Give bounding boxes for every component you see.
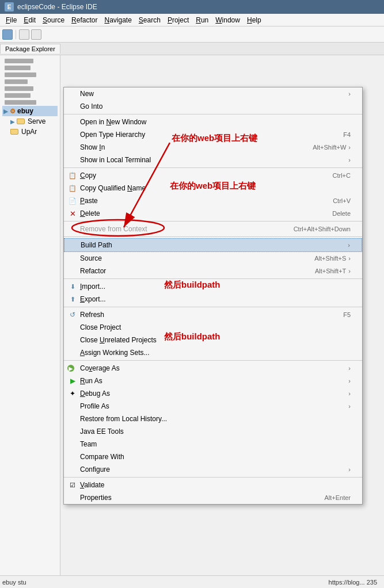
paste-icon: 📄 [67, 196, 78, 206]
ctx-copy-shortcut: Ctrl+C [333, 172, 351, 179]
menu-edit[interactable]: Edit [20, 15, 39, 25]
ctx-open-new-window[interactable]: Open in New Window [64, 116, 362, 128]
ctx-sep-2 [64, 167, 362, 168]
ctx-new[interactable]: New › [64, 87, 362, 100]
menu-refactor[interactable]: Refactor [68, 15, 101, 25]
menu-help[interactable]: Help [244, 15, 265, 25]
ctx-remove-context: Remove from Context Ctrl+Alt+Shift+Down [64, 223, 362, 235]
title-text: eclipseCode - Eclipse IDE [17, 3, 97, 11]
app-icon: E [5, 2, 14, 12]
ctx-show-in-arrow: › [348, 144, 351, 151]
serve-expand-icon: ▶ [10, 119, 15, 125]
ctx-build-path[interactable]: Build Path › [64, 238, 362, 252]
ctx-paste[interactable]: 📄 Paste Ctrl+V [64, 194, 362, 207]
ctx-close-project[interactable]: Close Project [64, 321, 362, 334]
run-icon: ▶ [67, 376, 78, 386]
ctx-import[interactable]: ⬇ Import... [64, 280, 362, 293]
sidebar-item-ebuy[interactable]: ▶ ⚙ ebuy [2, 106, 58, 116]
serve-folder-icon [17, 119, 25, 124]
sidebar-item-4 [2, 78, 58, 85]
sidebar-item-1 [2, 58, 58, 64]
ctx-refactor-arrow: › [348, 268, 351, 274]
export-icon: ⬆ [67, 294, 78, 304]
sidebar-item-3 [2, 71, 58, 78]
ctx-sep-1 [64, 114, 362, 114]
copy-qualified-icon: 📋 [67, 183, 78, 193]
tree-expand-icon: ▶ [3, 108, 8, 114]
context-menu: New › Go Into Open in New Window Open Ty… [63, 87, 363, 505]
ctx-restore-history[interactable]: Restore from Local History... [64, 413, 362, 425]
import-icon: ⬇ [67, 281, 78, 292]
ctx-coverage-as[interactable]: ▶ Coverage As › [64, 362, 362, 375]
ctx-new-arrow: › [348, 90, 351, 97]
menu-run[interactable]: Run [192, 15, 212, 25]
project-icon: ⚙ [10, 108, 16, 115]
ctx-refresh-shortcut: F5 [343, 311, 351, 318]
ctx-sep-4 [64, 236, 362, 237]
ctx-sep-8 [64, 477, 362, 478]
sidebar-item-upar[interactable]: UpAr [2, 127, 58, 137]
ctx-configure-arrow: › [348, 466, 351, 473]
sidebar-item-7 [2, 99, 58, 106]
menu-file[interactable]: File [2, 15, 20, 25]
ctx-show-terminal-arrow: › [348, 156, 351, 163]
ctx-debug-arrow: › [348, 390, 351, 397]
ctx-team[interactable]: Team [64, 438, 362, 450]
ebuy-label: ebuy [17, 107, 33, 115]
copy-icon: 📋 [67, 170, 78, 181]
ctx-export[interactable]: ⬆ Export... [64, 293, 362, 306]
ctx-compare-with[interactable]: Compare With [64, 450, 362, 463]
status-left: ebuy stu [2, 579, 26, 586]
refresh-icon: ↺ [67, 310, 78, 320]
ctx-build-path-arrow: › [348, 242, 350, 249]
menu-window[interactable]: Window [212, 15, 244, 25]
ctx-run-arrow: › [348, 377, 351, 384]
menu-source[interactable]: Source [39, 15, 68, 25]
validate-check-icon: ☑ [67, 480, 78, 490]
toolbar-btn-2[interactable] [19, 29, 29, 40]
serve-label: Serve [28, 117, 45, 125]
ctx-open-type-hierarchy[interactable]: Open Type Hierarchy F4 [64, 128, 362, 141]
ctx-go-into[interactable]: Go Into [64, 100, 362, 113]
ctx-coverage-arrow: › [348, 365, 351, 372]
ctx-run-as[interactable]: ▶ Run As › [64, 375, 362, 387]
ctx-validate[interactable]: ☑ Validate [64, 479, 362, 491]
ctx-source[interactable]: Source Alt+Shift+S › [64, 252, 362, 265]
ctx-delete[interactable]: ✕ Delete Delete [64, 207, 362, 220]
toolbar-btn-1[interactable] [2, 29, 13, 40]
delete-icon: ✕ [67, 208, 78, 219]
ctx-debug-as[interactable]: ✦ Debug As › [64, 387, 362, 400]
ctx-java-ee-tools[interactable]: Java EE Tools [64, 425, 362, 438]
ctx-show-terminal[interactable]: Show in Local Terminal › [64, 154, 362, 166]
ctx-show-in-shortcut: Alt+Shift+W [313, 144, 346, 151]
tab-bar: Package Explorer [0, 43, 384, 55]
ctx-open-type-hierarchy-shortcut: F4 [343, 131, 351, 138]
tab-package-explorer[interactable]: Package Explorer [0, 44, 60, 54]
sidebar: ▶ ⚙ ebuy ▶ Serve UpAr [0, 55, 60, 588]
ctx-sep-6 [64, 307, 362, 307]
ctx-assign-working-sets[interactable]: Assign Working Sets... [64, 346, 362, 359]
sidebar-item-2 [2, 64, 58, 71]
ctx-close-unrelated[interactable]: Close Unrelated Projects [64, 334, 362, 346]
ctx-sep-5 [64, 278, 362, 279]
ctx-sep-7 [64, 360, 362, 361]
ctx-refactor-shortcut: Alt+Shift+T [315, 268, 346, 274]
ctx-profile-as[interactable]: Profile As › [64, 400, 362, 413]
ctx-copy[interactable]: 📋 Copy Ctrl+C [64, 169, 362, 182]
ctx-properties[interactable]: Properties Alt+Enter [64, 491, 362, 504]
ctx-paste-shortcut: Ctrl+V [333, 197, 351, 204]
ctx-refactor[interactable]: Refactor Alt+Shift+T › [64, 265, 362, 277]
ctx-configure[interactable]: Configure › [64, 463, 362, 476]
upar-label: UpAr [21, 128, 37, 136]
ctx-profile-arrow: › [348, 403, 351, 410]
sidebar-item-serve[interactable]: ▶ Serve [2, 116, 58, 127]
toolbar-btn-3[interactable] [31, 29, 41, 40]
ctx-show-in[interactable]: Show In Alt+Shift+W › [64, 141, 362, 154]
menu-project[interactable]: Project [164, 15, 192, 25]
ctx-copy-qualified[interactable]: 📋 Copy Qualified Name [64, 182, 362, 194]
menu-navigate[interactable]: Navigate [101, 15, 135, 25]
menu-search[interactable]: Search [135, 15, 164, 25]
ctx-refresh[interactable]: ↺ Refresh F5 [64, 308, 362, 321]
ctx-source-shortcut: Alt+Shift+S [314, 255, 346, 262]
status-right: https://blog... 235 [329, 579, 377, 586]
